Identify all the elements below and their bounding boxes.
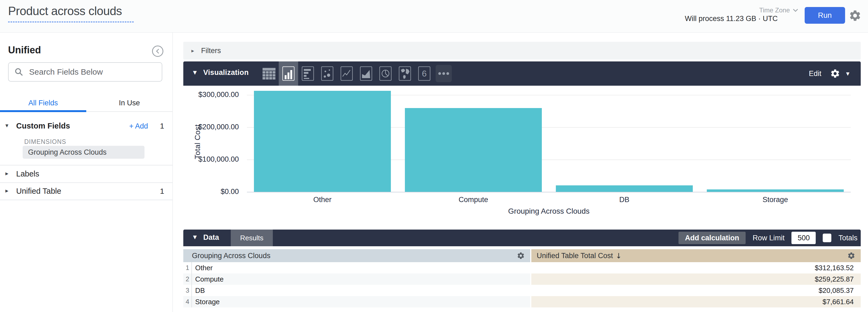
viz-type-more-icon[interactable] — [434, 61, 454, 86]
viz-type-bar-icon[interactable] — [298, 61, 317, 86]
column-header-measure[interactable]: Unified Table Total Cost ↓ — [531, 249, 861, 262]
page-title: Product across clouds — [8, 4, 134, 22]
collapse-sidebar-icon[interactable] — [152, 45, 163, 57]
search-icon — [14, 67, 24, 77]
table-row: 2Compute$259,225.87 — [183, 274, 861, 285]
viz-type-map-icon[interactable] — [395, 61, 414, 86]
x-category-label: Storage — [700, 196, 851, 204]
timezone-dropdown[interactable]: Time Zone — [759, 6, 799, 14]
custom-fields-count: 1 — [160, 122, 164, 130]
expander-down-icon[interactable]: ▾ — [5, 122, 8, 129]
unified-table-count: 1 — [160, 187, 164, 196]
viz-type-pie-icon[interactable] — [376, 61, 395, 86]
svg-text:6: 6 — [422, 69, 427, 79]
divider — [0, 182, 173, 183]
x-category-label: DB — [549, 196, 700, 204]
table-cell-value[interactable]: $20,085.37 — [531, 285, 861, 296]
chart-bar-other[interactable] — [254, 91, 391, 192]
table-cell-value[interactable]: $312,163.52 — [531, 262, 861, 274]
add-calculation-button[interactable]: Add calculation — [679, 232, 746, 244]
table-row: 1Other$312,163.52 — [183, 262, 861, 274]
x-axis-title: Grouping Across Clouds — [247, 207, 851, 216]
expander-down-icon[interactable]: ▼ — [193, 234, 197, 240]
column-gear-icon[interactable] — [847, 252, 855, 260]
table-cell-dimension[interactable]: 4Storage — [183, 296, 530, 307]
gear-icon[interactable] — [848, 9, 862, 22]
viz-type-area-icon[interactable] — [356, 61, 376, 86]
sidebar-section-custom-fields[interactable]: ▾ Custom Fields + Add 1 — [0, 119, 173, 134]
visualization-label: Visualization — [203, 68, 249, 77]
table-cell-dimension[interactable]: 3DB — [183, 285, 530, 296]
filters-label: Filters — [201, 46, 221, 55]
viz-settings-caret-icon[interactable]: ▼ — [846, 71, 849, 76]
query-cost-info: Will process 11.23 GB · UTC — [685, 14, 778, 23]
divider — [0, 165, 173, 165]
viz-settings-gear-icon[interactable] — [830, 68, 840, 79]
tab-all-fields[interactable]: All Fields — [0, 96, 86, 111]
table-row: 4Storage$7,661.64 — [183, 296, 861, 307]
chart-bar-db[interactable] — [556, 185, 693, 192]
results-table: Grouping Across Clouds Unified Table Tot… — [183, 249, 861, 307]
chart-bar-compute[interactable] — [405, 108, 542, 192]
y-tick-label: $100,000.00 — [173, 155, 239, 163]
column-gear-icon[interactable] — [517, 252, 525, 260]
x-category-label: Other — [247, 196, 398, 204]
y-axis-title: Total Cost — [193, 101, 202, 182]
viz-type-column-icon[interactable] — [279, 61, 298, 86]
table-cell-dimension[interactable]: 2Compute — [183, 274, 530, 285]
field-search[interactable] — [8, 62, 162, 82]
expander-down-icon[interactable]: ▼ — [193, 69, 197, 75]
table-cell-value[interactable]: $7,661.64 — [531, 296, 861, 307]
tab-in-use[interactable]: In Use — [86, 96, 173, 111]
table-cell-value[interactable]: $259,225.87 — [531, 274, 861, 285]
data-label: Data — [203, 233, 219, 242]
tab-results[interactable]: Results — [231, 229, 273, 246]
timezone-label: Time Zone — [759, 6, 790, 14]
search-input[interactable] — [29, 67, 148, 76]
sidebar-section-unified-table[interactable]: ▸ Unified Table 1 — [0, 185, 173, 200]
divider — [0, 200, 173, 200]
viz-type-table-icon[interactable] — [259, 61, 279, 86]
row-number: 1 — [183, 262, 192, 274]
field-grouping-across-clouds[interactable]: Grouping Across Clouds — [23, 146, 145, 159]
viz-type-scatter-icon[interactable] — [317, 61, 337, 86]
data-section-header: ▼ Data Results Add calculation Row Limit… — [183, 229, 861, 246]
x-axis-line — [247, 192, 851, 192]
row-limit-label: Row Limit — [753, 234, 785, 242]
filters-section-header[interactable]: ▸ Filters — [183, 42, 861, 60]
chart: $0.00$100,000.00$200,000.00$300,000.00Ot… — [173, 86, 868, 230]
viz-type-line-icon[interactable] — [337, 61, 356, 86]
totals-label: Totals — [838, 234, 858, 242]
field-picker-sidebar: Unified All Fields In Use ▾ Custom Field… — [0, 33, 173, 312]
row-number: 3 — [183, 285, 192, 296]
main-area: ▸ Filters ▼ Visualization 6 Edit ▼ $0.00… — [173, 33, 868, 312]
expander-right-icon[interactable]: ▸ — [5, 170, 8, 177]
row-number: 4 — [183, 296, 192, 307]
totals-checkbox[interactable] — [823, 233, 831, 242]
column-header-dimension[interactable]: Grouping Across Clouds — [183, 249, 530, 262]
chart-bar-storage[interactable] — [707, 189, 844, 192]
expander-right-icon[interactable]: ▸ — [5, 187, 8, 194]
add-custom-field-button[interactable]: + Add — [129, 122, 148, 130]
table-cell-dimension[interactable]: 1Other — [183, 262, 530, 274]
y-tick-label: $0.00 — [173, 188, 239, 196]
row-limit-input[interactable] — [792, 232, 816, 244]
y-tick-label: $300,000.00 — [173, 91, 239, 99]
expander-right-icon: ▸ — [191, 48, 194, 54]
sidebar-section-labels[interactable]: ▸ Labels — [0, 167, 173, 182]
edit-button[interactable]: Edit — [809, 61, 822, 86]
y-tick-label: $200,000.00 — [173, 123, 239, 131]
sort-desc-icon: ↓ — [616, 252, 622, 260]
viz-type-single-value-icon[interactable]: 6 — [414, 61, 434, 86]
top-bar: Product across clouds Time Zone Will pro… — [0, 0, 868, 33]
visualization-section-header: ▼ Visualization 6 Edit ▼ — [183, 61, 861, 86]
explore-name: Unified — [8, 44, 41, 56]
dimensions-group-label: DIMENSIONS — [24, 138, 66, 146]
run-button[interactable]: Run — [805, 7, 845, 24]
chevron-down-icon — [793, 8, 799, 12]
row-number: 2 — [183, 274, 192, 285]
table-body: 1Other$312,163.522Compute$259,225.873DB$… — [183, 262, 861, 307]
active-tab-indicator — [0, 110, 86, 112]
x-category-label: Compute — [398, 196, 549, 204]
viz-type-toolbar: 6 — [259, 61, 454, 86]
